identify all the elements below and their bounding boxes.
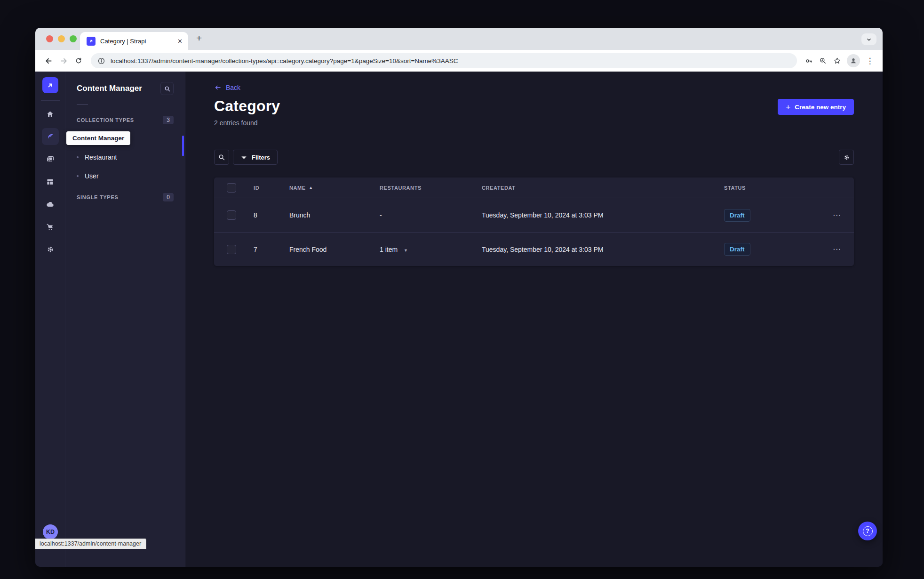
entries-table: ID NAME ▲ RESTAURANTS CREATEDAT STATUS 8 [214, 177, 854, 266]
status-badge: Draft [724, 209, 750, 222]
browser-window: Category | Strapi ✕ + local [35, 28, 883, 567]
user-avatar[interactable]: KD [43, 524, 58, 539]
strapi-admin: KD Content Manager COLLECTION TYPES 3 [35, 72, 883, 567]
bookmark-star-icon[interactable] [830, 54, 844, 68]
table-header-row: ID NAME ▲ RESTAURANTS CREATEDAT STATUS [214, 177, 854, 198]
collection-types-count-badge: 3 [163, 116, 174, 124]
browser-menu-icon[interactable]: ⋮ [863, 54, 877, 68]
tab-title: Category | Strapi [100, 38, 173, 45]
strapi-logo[interactable] [42, 77, 58, 93]
tab-search-button[interactable] [861, 33, 876, 45]
page-heading: Category 2 entries found [214, 97, 280, 127]
content-manager-subnav: Content Manager COLLECTION TYPES 3 Categ… [65, 72, 185, 567]
bullet-icon [77, 175, 79, 177]
back-arrow-icon [214, 84, 222, 91]
back-label: Back [226, 84, 240, 91]
content-type-builder-icon[interactable] [42, 173, 59, 190]
site-info-icon[interactable] [97, 57, 105, 65]
list-toolbar: Filters [214, 150, 854, 165]
column-header-createdat[interactable]: CREATEDAT [476, 185, 718, 191]
cell-id: 7 [248, 246, 284, 253]
filters-label: Filters [252, 154, 270, 161]
cell-createdat: Tuesday, September 10, 2024 at 3:03 PM [476, 211, 718, 219]
filters-button[interactable]: Filters [233, 150, 278, 165]
browser-tab[interactable]: Category | Strapi ✕ [80, 32, 188, 50]
help-button[interactable]: ? [858, 522, 877, 540]
cell-status: Draft [718, 243, 820, 256]
subnav-item-label: Restaurant [85, 153, 117, 161]
home-icon[interactable] [42, 105, 59, 122]
browser-profile-avatar[interactable] [847, 54, 860, 67]
window-controls [46, 35, 77, 42]
collection-types-label: COLLECTION TYPES [77, 117, 134, 123]
caret-down-icon: ▼ [404, 248, 408, 253]
close-window-button[interactable] [46, 35, 53, 42]
fullscreen-window-button[interactable] [70, 35, 77, 42]
subnav-title: Content Manager [77, 84, 142, 93]
create-new-entry-button[interactable]: + Create new entry [778, 99, 854, 115]
link-status-bar: localhost:1337/admin/content-manager [35, 539, 146, 549]
row-actions-button[interactable]: ⋯ [820, 210, 854, 220]
row-checkbox[interactable] [227, 210, 236, 220]
subnav-item-label: User [85, 172, 99, 180]
browser-forward-icon[interactable] [56, 53, 71, 68]
table-row[interactable]: 8 Brunch - Tuesday, September 10, 2024 a… [214, 198, 854, 232]
column-header-status[interactable]: STATUS [718, 185, 820, 191]
column-header-id[interactable]: ID [248, 185, 284, 191]
back-link[interactable]: Back [214, 84, 240, 91]
plus-icon: + [786, 103, 790, 111]
search-icon [218, 153, 225, 161]
password-key-icon[interactable] [802, 54, 816, 68]
desktop-background: Category | Strapi ✕ + local [0, 0, 924, 579]
single-types-label: SINGLE TYPES [77, 194, 118, 200]
gear-icon [843, 153, 851, 161]
cell-name: Brunch [284, 211, 374, 219]
create-new-entry-label: Create new entry [795, 104, 846, 111]
question-mark-icon: ? [863, 526, 873, 536]
browser-back-icon[interactable] [41, 53, 56, 68]
content-manager-tooltip: Content Manager [66, 131, 130, 145]
subnav-search-button[interactable] [160, 82, 174, 95]
bullet-icon [77, 156, 79, 158]
page-title: Category [214, 97, 280, 115]
marketplace-cart-icon[interactable] [42, 218, 59, 235]
cell-name: French Food [284, 246, 374, 253]
address-bar[interactable]: localhost:1337/admin/content-manager/col… [91, 53, 797, 68]
tab-close-icon[interactable]: ✕ [177, 38, 183, 44]
cloud-icon[interactable] [42, 196, 59, 213]
subnav-item-restaurant[interactable]: Restaurant [77, 148, 174, 167]
search-button[interactable] [214, 150, 229, 165]
rail-divider [41, 100, 60, 101]
subnav-scrollbar-thumb[interactable] [182, 136, 184, 156]
cell-status: Draft [718, 209, 820, 222]
column-header-restaurants[interactable]: RESTAURANTS [374, 185, 476, 191]
settings-gear-icon[interactable] [42, 241, 59, 258]
url-text: localhost:1337/admin/content-manager/col… [111, 57, 458, 64]
column-header-name[interactable]: NAME ▲ [284, 185, 374, 191]
browser-reload-icon[interactable] [71, 53, 86, 68]
rail-items [42, 105, 59, 258]
cell-createdat: Tuesday, September 10, 2024 at 3:03 PM [476, 246, 718, 253]
row-checkbox[interactable] [227, 245, 236, 254]
view-settings-button[interactable] [839, 150, 854, 165]
content-manager-icon[interactable] [42, 128, 59, 145]
minimize-window-button[interactable] [58, 35, 65, 42]
select-all-checkbox[interactable] [227, 183, 236, 193]
row-actions-button[interactable]: ⋯ [820, 244, 854, 254]
media-library-icon[interactable] [42, 151, 59, 168]
table-row[interactable]: 7 French Food 1 item ▼ Tuesday, Septembe… [214, 232, 854, 266]
main-nav-rail: KD [35, 72, 65, 567]
strapi-favicon-icon [87, 37, 96, 46]
subnav-item-user[interactable]: User [77, 167, 174, 185]
sort-ascending-icon: ▲ [309, 185, 313, 190]
main-content: Back Category 2 entries found + Create n… [185, 72, 883, 567]
entries-count: 2 entries found [214, 119, 280, 127]
status-badge: Draft [724, 243, 750, 256]
new-tab-button[interactable]: + [196, 32, 202, 44]
cell-id: 8 [248, 211, 284, 219]
cell-restaurants[interactable]: 1 item ▼ [374, 246, 476, 253]
filter-icon [240, 154, 247, 161]
browser-toolbar: localhost:1337/admin/content-manager/col… [35, 50, 883, 72]
zoom-in-icon[interactable] [816, 54, 830, 68]
browser-tab-strip: Category | Strapi ✕ + [35, 28, 883, 50]
